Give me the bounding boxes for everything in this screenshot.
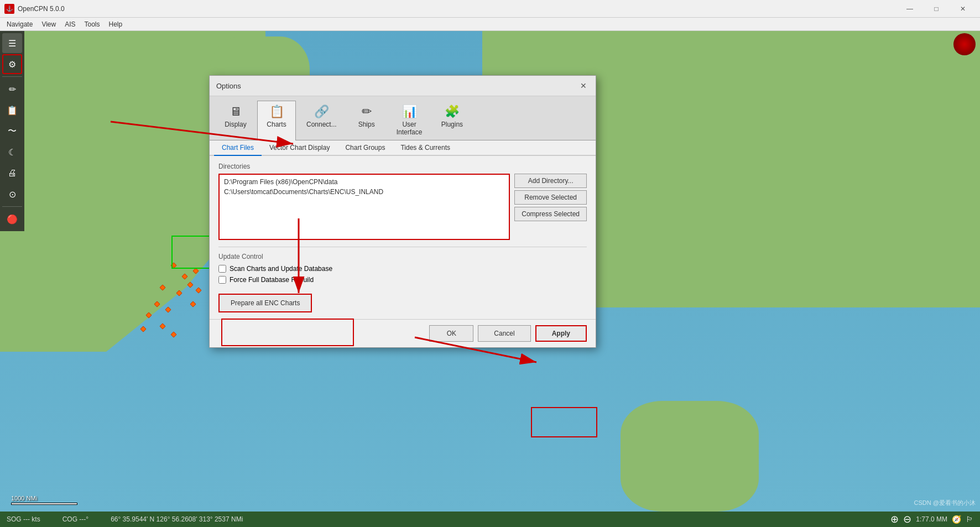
connections-tab-icon: 🔗	[314, 105, 329, 119]
dialog-close-button[interactable]: ✕	[578, 80, 589, 91]
dialog-title: Options	[216, 82, 241, 90]
toolbar-find-button[interactable]: ⊙	[2, 184, 22, 204]
dir-entry-1[interactable]: D:\Program Files (x86)\OpenCPN\data	[222, 177, 507, 187]
zoom-level: 1:77.0 MM	[916, 515, 947, 523]
add-directory-button[interactable]: Add Directory...	[514, 174, 587, 188]
sog-display: SOG --- kts	[7, 515, 40, 523]
prepare-enc-button[interactable]: Prepare all ENC Charts	[218, 294, 312, 312]
tab-charts[interactable]: 📋 Charts	[257, 101, 296, 140]
apply-button[interactable]: Apply	[535, 325, 587, 342]
charts-tab-icon: 📋	[269, 105, 284, 119]
scan-charts-label: Scan Charts and Update Database	[230, 265, 332, 273]
sub-tab-vector-chart[interactable]: Vector Chart Display	[262, 140, 337, 156]
directories-container: D:\Program Files (x86)\OpenCPN\data C:\U…	[218, 174, 587, 240]
toolbar-separator	[2, 76, 22, 77]
toolbar-alarm-button[interactable]: 🔴	[2, 209, 22, 229]
ui-tab-icon: 📊	[402, 105, 417, 119]
flag-icon: 🏳	[966, 515, 973, 524]
scale-bar: 1000 NMi	[11, 495, 77, 505]
dialog-content: Directories D:\Program Files (x86)\OpenC…	[210, 156, 596, 319]
titlebar-controls: — □ ✕	[897, 0, 976, 18]
toolbar-route-button[interactable]: 〜	[2, 121, 22, 141]
force-rebuild-checkbox[interactable]	[218, 276, 226, 284]
ships-tab-icon: ✏	[362, 105, 372, 119]
dialog-titlebar: Options ✕	[210, 76, 596, 96]
display-tab-label: Display	[225, 121, 246, 128]
compass-icon	[953, 33, 976, 55]
update-control-section: Update Control Scan Charts and Update Da…	[218, 247, 587, 284]
menu-view[interactable]: View	[37, 19, 60, 29]
menu-help[interactable]: Help	[105, 19, 127, 29]
toolbar-print-button[interactable]: 🖨	[2, 163, 22, 183]
nav-icon: 🧭	[952, 515, 961, 524]
tab-bar: 🖥 Display 📋 Charts 🔗 Connect... ✏ Ships …	[210, 96, 596, 140]
options-dialog: Options ✕ 🖥 Display 📋 Charts 🔗 Connect..…	[209, 75, 596, 348]
titlebar: ⚓ OpenCPN 5.0.0 — □ ✕	[0, 0, 980, 18]
directories-label: Directories	[218, 163, 587, 170]
toolbar-pencil-button[interactable]: ✏	[2, 79, 22, 99]
toolbar-separator-2	[2, 206, 22, 207]
top-right-area	[953, 33, 978, 55]
sub-tab-bar: Chart Files Vector Chart Display Chart G…	[210, 140, 596, 156]
menu-tools[interactable]: Tools	[80, 19, 105, 29]
plugins-tab-icon: 🧩	[445, 105, 460, 119]
dir-buttons: Add Directory... Remove Selected Compres…	[514, 174, 587, 240]
status-right: ⊕ ⊖ 1:77.0 MM 🧭 🏳	[890, 513, 973, 525]
tab-connections[interactable]: 🔗 Connect...	[298, 101, 345, 140]
compress-selected-button[interactable]: Compress Selected	[514, 207, 587, 221]
sub-tab-chart-groups[interactable]: Chart Groups	[337, 140, 393, 156]
update-control-label: Update Control	[218, 253, 587, 260]
scale-line	[11, 503, 77, 505]
sub-tab-chart-files[interactable]: Chart Files	[214, 140, 262, 156]
position-display: 66° 35.9544' N 126° 56.2608' 313° 2537 N…	[111, 515, 243, 523]
watermark: CSDN @爱看书的小沐	[914, 499, 976, 507]
tab-plugins[interactable]: 🧩 Plugins	[432, 101, 471, 140]
cog-display: COG ---°	[62, 515, 88, 523]
sub-tab-tides[interactable]: Tides & Currents	[393, 140, 458, 156]
dir-entry-2[interactable]: C:\Users\tomcat\Documents\Charts\ENC\US_…	[222, 187, 507, 197]
toolbar-settings-button[interactable]: ⚙	[2, 54, 22, 74]
toolbar-menu-button[interactable]: ☰	[2, 33, 22, 53]
display-tab-icon: 🖥	[230, 105, 242, 119]
scale-label: 1000 NMi	[11, 495, 37, 502]
menubar: Navigate View AIS Tools Help	[0, 18, 980, 31]
ships-tab-label: Ships	[358, 121, 375, 128]
zoom-btn-plus[interactable]: ⊕	[890, 513, 899, 525]
directories-listbox[interactable]: D:\Program Files (x86)\OpenCPN\data C:\U…	[218, 174, 510, 240]
left-toolbar: ☰ ⚙ ✏ 📋 〜 ☾ 🖨 ⊙ 🔴	[0, 31, 24, 231]
force-rebuild-label: Force Full Database Rebuild	[230, 276, 314, 284]
remove-selected-button[interactable]: Remove Selected	[514, 190, 587, 205]
connections-tab-label: Connect...	[306, 121, 337, 128]
menu-navigate[interactable]: Navigate	[2, 19, 37, 29]
force-rebuild-row: Force Full Database Rebuild	[218, 276, 587, 284]
tab-ships[interactable]: ✏ Ships	[347, 101, 386, 140]
tab-user-interface[interactable]: 📊 UserInterface	[388, 101, 431, 140]
tab-display[interactable]: 🖥 Display	[216, 101, 255, 140]
cancel-button[interactable]: Cancel	[478, 325, 530, 342]
zoom-btn-minus[interactable]: ⊖	[903, 513, 911, 525]
scan-charts-row: Scan Charts and Update Database	[218, 265, 587, 273]
maximize-button[interactable]: □	[924, 0, 949, 18]
toolbar-moon-button[interactable]: ☾	[2, 142, 22, 162]
dialog-footer: OK Cancel Apply	[210, 319, 596, 347]
minimize-button[interactable]: —	[897, 0, 922, 18]
charts-tab-label: Charts	[267, 121, 286, 128]
scan-charts-checkbox[interactable]	[218, 265, 226, 273]
ok-button[interactable]: OK	[429, 325, 473, 342]
plugins-tab-label: Plugins	[441, 121, 463, 128]
menu-ais[interactable]: AIS	[60, 19, 80, 29]
toolbar-clipboard-button[interactable]: 📋	[2, 100, 22, 120]
app-close-button[interactable]: ✕	[950, 0, 976, 18]
statusbar: SOG --- kts COG ---° 66° 35.9544' N 126°…	[0, 512, 980, 527]
app-icon: ⚓	[4, 4, 14, 14]
ui-tab-label: UserInterface	[397, 121, 423, 137]
app-title: OpenCPN 5.0.0	[18, 5, 897, 13]
